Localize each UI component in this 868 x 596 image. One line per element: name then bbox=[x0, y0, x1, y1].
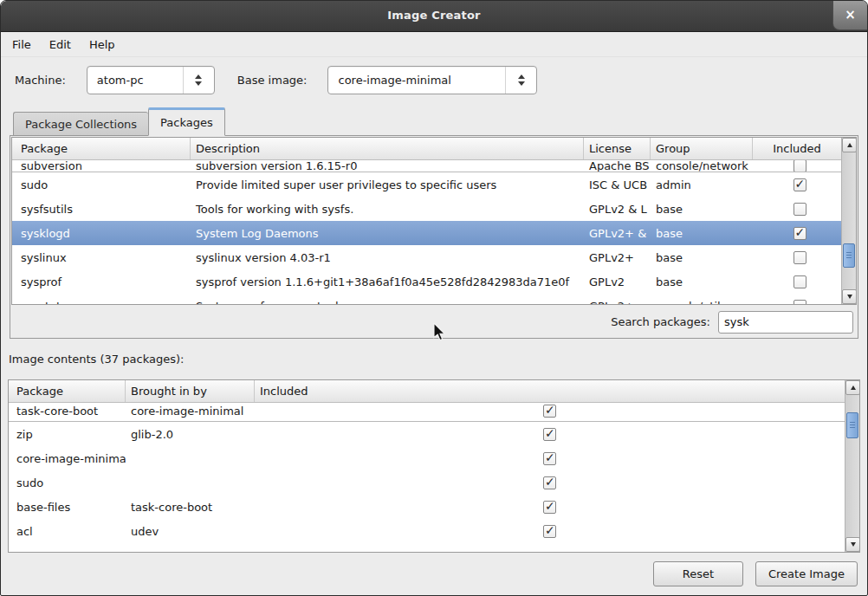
included-checkbox[interactable] bbox=[543, 525, 556, 538]
table-row-clipped[interactable]: task-core-boot core-image-minimal bbox=[9, 403, 845, 422]
table-row-clipped[interactable]: sysstat System performance tools GPLv2+ … bbox=[12, 294, 841, 304]
scrollbar-thumb[interactable] bbox=[846, 412, 858, 438]
close-icon: × bbox=[845, 7, 856, 23]
included-checkbox[interactable] bbox=[794, 300, 806, 305]
col-description[interactable]: Description bbox=[191, 138, 584, 159]
selector-toolbar: Machine: atom-pc Base image: core-image-… bbox=[1, 57, 867, 103]
packages-table-header: Package Description License Group Includ… bbox=[12, 138, 841, 160]
scroll-up-icon[interactable] bbox=[842, 138, 857, 152]
included-checkbox[interactable] bbox=[794, 203, 806, 216]
notebook-tabs: Package Collections Packages bbox=[1, 103, 867, 135]
create-image-button[interactable]: Create Image bbox=[755, 561, 858, 586]
packages-panel: Package Description License Group Includ… bbox=[10, 135, 858, 339]
col-included[interactable]: Included bbox=[255, 380, 845, 402]
table-row-selected[interactable]: sysklogd System Log Daemons GPLv2+ & bas… bbox=[12, 221, 841, 245]
scrollbar-thumb[interactable] bbox=[843, 243, 855, 268]
included-checkbox[interactable] bbox=[794, 227, 806, 240]
base-image-label: Base image: bbox=[237, 74, 308, 87]
table-row[interactable]: syslinux syslinux version 4.03-r1 GPLv2+… bbox=[12, 245, 841, 269]
action-bar: Reset Create Image bbox=[1, 553, 867, 586]
col-license[interactable]: License bbox=[584, 138, 651, 159]
included-checkbox[interactable] bbox=[794, 275, 806, 288]
menubar: File Edit Help bbox=[1, 32, 867, 57]
col-package[interactable]: Package bbox=[12, 138, 191, 159]
table-row[interactable]: acl udev bbox=[9, 519, 845, 543]
app-window: Image Creator × File Edit Help Machine: … bbox=[0, 0, 868, 596]
packages-treeview: Package Description License Group Includ… bbox=[11, 137, 857, 305]
tab-package-collections[interactable]: Package Collections bbox=[13, 112, 148, 136]
image-contents-treeview: Package Brought in by Included task-core… bbox=[8, 379, 860, 553]
menu-file[interactable]: File bbox=[4, 35, 39, 55]
packages-scrollbar[interactable] bbox=[841, 138, 856, 304]
included-checkbox[interactable] bbox=[794, 251, 806, 264]
menu-edit[interactable]: Edit bbox=[42, 35, 79, 55]
menu-help[interactable]: Help bbox=[81, 35, 123, 55]
col-brought-in-by[interactable]: Brought in by bbox=[126, 380, 255, 402]
included-checkbox[interactable] bbox=[794, 160, 806, 172]
window-title: Image Creator bbox=[1, 9, 867, 22]
included-checkbox[interactable] bbox=[543, 476, 556, 489]
table-row-clipped[interactable]: subversion subversion version 1.6.15-r0 … bbox=[12, 160, 841, 172]
close-button[interactable]: × bbox=[832, 1, 867, 30]
machine-label: Machine: bbox=[15, 74, 66, 87]
scroll-down-icon[interactable] bbox=[842, 289, 857, 304]
col-package[interactable]: Package bbox=[9, 380, 126, 402]
combobox-arrows-icon bbox=[505, 67, 536, 94]
search-packages-label: Search packages: bbox=[611, 315, 710, 328]
combobox-arrows-icon bbox=[183, 67, 214, 94]
scroll-up-icon[interactable] bbox=[845, 380, 860, 395]
table-row[interactable]: core-image-minimal bbox=[9, 446, 845, 470]
included-checkbox[interactable] bbox=[543, 428, 556, 441]
included-checkbox[interactable] bbox=[543, 501, 556, 514]
col-included[interactable]: Included bbox=[753, 138, 841, 159]
mouse-cursor-icon bbox=[433, 323, 446, 341]
contents-scrollbar[interactable] bbox=[845, 380, 859, 552]
col-group[interactable]: Group bbox=[651, 138, 753, 159]
table-row[interactable]: zip glib-2.0 bbox=[9, 422, 845, 446]
machine-value: atom-pc bbox=[87, 74, 183, 87]
reset-button[interactable]: Reset bbox=[653, 561, 743, 586]
table-row[interactable]: sysprof sysprof version 1.1.6+git1+38a6a… bbox=[12, 269, 841, 294]
table-row[interactable]: base-files task-core-boot bbox=[9, 495, 845, 519]
titlebar[interactable]: Image Creator × bbox=[1, 1, 867, 32]
base-image-combobox[interactable]: core-image-minimal bbox=[327, 66, 537, 94]
included-checkbox[interactable] bbox=[543, 405, 556, 418]
image-contents-heading: Image contents (37 packages): bbox=[9, 353, 867, 368]
base-image-value: core-image-minimal bbox=[328, 74, 505, 87]
search-packages-input[interactable] bbox=[718, 311, 853, 334]
table-row[interactable]: sudo bbox=[9, 470, 845, 495]
scroll-down-icon[interactable] bbox=[845, 537, 860, 552]
tab-packages[interactable]: Packages bbox=[148, 107, 225, 136]
table-row[interactable]: sudo Provide limited super user privileg… bbox=[12, 172, 841, 197]
table-row[interactable]: sysfsutils Tools for working with sysfs.… bbox=[12, 197, 841, 221]
included-checkbox[interactable] bbox=[794, 178, 806, 191]
machine-combobox[interactable]: atom-pc bbox=[87, 66, 215, 94]
contents-table-header: Package Brought in by Included bbox=[9, 380, 845, 403]
included-checkbox[interactable] bbox=[543, 452, 556, 465]
